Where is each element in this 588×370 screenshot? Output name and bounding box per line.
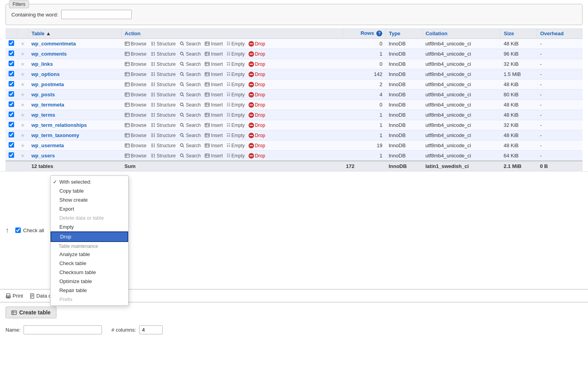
action-structure[interactable]: Structure [151,41,176,47]
dropdown-item-empty[interactable]: Empty [51,222,128,231]
action-structure[interactable]: Structure [151,143,176,148]
scroll-up-icon[interactable]: ↑ [5,226,9,235]
action-insert[interactable]: +Insert [205,153,223,159]
action-search[interactable]: Search [180,112,201,118]
action-search[interactable]: Search [180,123,201,128]
row-checkbox[interactable] [9,71,14,76]
row-checkbox[interactable] [9,51,14,56]
print-link[interactable]: Print [5,293,23,299]
action-empty[interactable]: ☷ Empty [227,133,245,138]
action-insert[interactable]: +Insert [205,143,223,148]
action-browse[interactable]: Browse [125,82,147,87]
action-structure[interactable]: Structure [151,92,176,97]
action-empty[interactable]: ☷ Empty [227,123,245,128]
action-search[interactable]: Search [180,41,201,47]
filters-input[interactable] [61,10,132,19]
action-empty[interactable]: ☷ Empty [227,82,245,87]
action-empty[interactable]: ☷ Empty [227,61,245,67]
action-insert[interactable]: +Insert [205,72,223,77]
check-all-checkbox[interactable] [15,227,21,233]
action-structure[interactable]: Structure [151,82,176,87]
action-search[interactable]: Search [180,133,201,138]
star-icon[interactable]: ★ [20,143,25,148]
action-drop[interactable]: Drop [249,82,265,87]
action-structure[interactable]: Structure [151,102,176,108]
star-icon[interactable]: ★ [20,112,25,118]
row-checkbox[interactable] [9,132,14,137]
table-name-link[interactable]: wp_users [31,153,55,159]
table-name-link[interactable]: wp_term_taxonomy [31,132,79,138]
rows-help-icon[interactable]: ? [376,31,382,36]
table-name-link[interactable]: wp_options [31,71,60,77]
action-insert[interactable]: +Insert [205,102,223,108]
row-checkbox[interactable] [9,112,14,117]
row-checkbox[interactable] [9,122,14,127]
action-browse[interactable]: Browse [125,102,147,108]
action-empty[interactable]: ☷ Empty [227,143,245,148]
action-search[interactable]: Search [180,61,201,67]
action-browse[interactable]: Browse [125,92,147,97]
action-search[interactable]: Search [180,82,201,87]
action-browse[interactable]: Browse [125,123,147,128]
action-structure[interactable]: Structure [151,123,176,128]
dropdown-item-optimize-table[interactable]: Optimize table [51,277,128,286]
star-icon[interactable]: ★ [20,132,25,138]
action-search[interactable]: Search [180,153,201,159]
action-insert[interactable]: +Insert [205,112,223,118]
action-empty[interactable]: ☷ Empty [227,153,245,159]
col-table[interactable]: Table ▲ [28,28,122,39]
action-drop[interactable]: Drop [249,41,265,47]
action-search[interactable]: Search [180,72,201,77]
action-empty[interactable]: ☷ Empty [227,41,245,47]
action-search[interactable]: Search [180,92,201,97]
dropdown-item-copy-table[interactable]: Copy table [51,186,128,195]
action-browse[interactable]: Browse [125,51,147,57]
action-browse[interactable]: Browse [125,61,147,67]
action-structure[interactable]: Structure [151,133,176,138]
star-icon[interactable]: ★ [20,61,25,67]
action-structure[interactable]: Structure [151,112,176,118]
action-structure[interactable]: Structure [151,72,176,77]
dropdown-item-check-table[interactable]: Check table [51,259,128,268]
action-drop[interactable]: Drop [249,143,265,148]
action-search[interactable]: Search [180,102,201,108]
star-icon[interactable]: ★ [20,92,25,97]
table-name-link[interactable]: wp_terms [31,112,55,118]
action-insert[interactable]: +Insert [205,123,223,128]
row-checkbox[interactable] [9,40,14,46]
dropdown-item-repair-table[interactable]: Repair table [51,286,128,295]
star-icon[interactable]: ★ [20,153,25,159]
action-insert[interactable]: +Insert [205,82,223,87]
action-browse[interactable]: Browse [125,153,147,159]
columns-input[interactable] [139,325,163,334]
dropdown-item-export[interactable]: Export [51,204,128,213]
table-name-link[interactable]: wp_links [31,61,53,67]
action-search[interactable]: Search [180,51,201,57]
table-name-link[interactable]: wp_commentmeta [31,41,76,47]
action-empty[interactable]: ☷ Empty [227,92,245,97]
table-name-link[interactable]: wp_usermeta [31,143,64,148]
action-empty[interactable]: ☷ Empty [227,51,245,57]
action-drop[interactable]: Drop [249,102,265,108]
action-browse[interactable]: Browse [125,72,147,77]
dropdown-item-drop[interactable]: Drop [51,231,128,242]
dropdown-item-show-create[interactable]: Show create [51,195,128,204]
star-icon[interactable]: ★ [20,41,25,47]
action-structure[interactable]: Structure [151,61,176,67]
star-icon[interactable]: ★ [20,102,25,108]
table-name-link[interactable]: wp_term_relationships [31,122,87,128]
action-empty[interactable]: ☷ Empty [227,102,245,108]
row-checkbox[interactable] [9,142,14,148]
action-empty[interactable]: ☷ Empty [227,112,245,118]
row-checkbox[interactable] [9,91,14,97]
star-icon[interactable]: ★ [20,51,25,57]
create-table-button[interactable]: Create table [5,307,56,318]
row-checkbox[interactable] [9,61,14,66]
star-icon[interactable]: ★ [20,81,25,87]
action-browse[interactable]: Browse [125,143,147,148]
action-drop[interactable]: Drop [249,92,265,97]
table-name-link[interactable]: wp_postmeta [31,81,64,87]
action-browse[interactable]: Browse [125,112,147,118]
table-name-link[interactable]: wp_posts [31,92,55,97]
action-structure[interactable]: Structure [151,153,176,159]
